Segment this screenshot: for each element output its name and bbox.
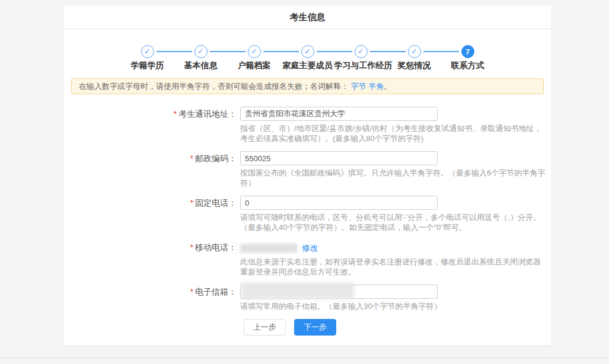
- form-row-mobile-phone: *移动电话： 修改 此信息来源于实名注册，如有误请登录实名注册进行修改，修改后退…: [63, 240, 551, 277]
- next-step-button[interactable]: 下一步: [294, 319, 336, 336]
- step-connector: [263, 51, 299, 52]
- form-row-mailing-address: *考生通讯地址： 指省（区、市）/地市区盟/县市旗/乡镇/街村（为考生接收复试通…: [63, 107, 551, 143]
- required-asterisk: *: [190, 287, 193, 296]
- postal-code-input[interactable]: [240, 151, 438, 165]
- step-family-members[interactable]: ✓ 家庭主要成员: [281, 45, 334, 71]
- field-help-text: 指省（区、市）/地市区盟/县市旗/乡镇/街村（为考生接收复试通知书、录取通知书地…: [240, 123, 546, 143]
- step-label: 奖惩情况: [388, 60, 441, 71]
- candidate-info-card: 考生信息 ✓ 学籍学历 ✓ 基本信息 ✓ 户籍档案 ✓ 家庭主要成员 ✓ 学习与…: [63, 5, 552, 346]
- form-row-landline-phone: *固定电话： 请填写可随时联系的电话，区号、分机号可以用'-'分开，多个电话可以…: [63, 196, 551, 232]
- check-icon: ✓: [301, 45, 314, 58]
- step-student-status[interactable]: ✓ 学籍学历: [121, 45, 174, 71]
- page-title: 考生信息: [290, 12, 326, 22]
- field-label: *邮政编码：: [63, 151, 240, 188]
- form-row-postal-code: *邮政编码： 按国家公布的《全国邮政编码》填写。只允许输入半角字符。（最多输入6…: [63, 151, 551, 188]
- redacted-mobile-number: [240, 244, 297, 253]
- required-asterisk: *: [190, 154, 193, 163]
- field-label: *固定电话：: [63, 196, 240, 232]
- step-connector: [210, 51, 245, 52]
- step-label: 基本信息: [174, 60, 228, 71]
- form-row-email: *电子信箱： 请填写常用的电子信箱。（最多输入30个字节的半角字符）: [63, 285, 551, 311]
- mailing-address-input[interactable]: [240, 107, 438, 121]
- form-buttons: 上一步 下一步: [244, 319, 551, 336]
- halfwidth-definition-link[interactable]: 半角: [368, 82, 384, 91]
- byte-definition-link[interactable]: 字节: [351, 82, 366, 91]
- step-label: 学籍学历: [121, 60, 174, 71]
- step-study-work-experience[interactable]: ✓ 学习与工作经历: [334, 45, 388, 71]
- footer-divider: [0, 357, 609, 358]
- check-icon: ✓: [355, 45, 368, 58]
- email-input[interactable]: [240, 285, 438, 299]
- field-help-text: 请填写可随时联系的电话，区号、分机号可以用'-'分开，多个电话可以用逗号（,）分…: [240, 212, 546, 232]
- check-icon: ✓: [248, 45, 261, 58]
- step-connector: [423, 51, 459, 52]
- step-label: 联系方式: [441, 60, 495, 71]
- step-household-file[interactable]: ✓ 户籍档案: [228, 45, 281, 71]
- field-help-text: 按国家公布的《全国邮政编码》填写。只允许输入半角字符。（最多输入6个字节的半角字…: [240, 168, 546, 188]
- check-icon: ✓: [141, 45, 154, 58]
- step-basic-info[interactable]: ✓ 基本信息: [174, 45, 228, 71]
- field-label: *考生通讯地址：: [63, 107, 240, 143]
- step-label: 户籍档案: [228, 60, 281, 71]
- previous-step-button[interactable]: 上一步: [244, 319, 286, 336]
- step-number-badge: 7: [461, 45, 474, 58]
- notice-text-end: 。: [384, 82, 391, 91]
- field-label: *电子信箱：: [63, 285, 240, 311]
- required-asterisk: *: [190, 198, 193, 207]
- card-header: 考生信息: [63, 5, 551, 29]
- required-asterisk: *: [190, 242, 193, 252]
- modify-mobile-link[interactable]: 修改: [302, 243, 318, 253]
- step-label: 家庭主要成员: [281, 60, 334, 71]
- step-contact-info-current[interactable]: 7 联系方式: [441, 45, 495, 71]
- step-connector: [317, 51, 352, 52]
- stepper: ✓ 学籍学历 ✓ 基本信息 ✓ 户籍档案 ✓ 家庭主要成员 ✓ 学习与工作经历 …: [63, 45, 551, 71]
- required-asterisk: *: [174, 109, 177, 119]
- step-connector: [157, 51, 192, 52]
- landline-phone-input[interactable]: [240, 196, 438, 210]
- field-help-text: 请填写常用的电子信箱。（最多输入30个字节的半角字符）: [240, 301, 546, 311]
- halfwidth-notice-banner: 在输入数字或字母时，请使用半角字符，否则可能会造成报名失败；名词解释： 字节 半…: [71, 78, 544, 94]
- check-icon: ✓: [408, 45, 421, 58]
- field-label: *移动电话：: [63, 240, 240, 277]
- step-connector: [370, 51, 406, 52]
- notice-text: 在输入数字或字母时，请使用半角字符，否则可能会造成报名失败；名词解释：: [79, 82, 349, 91]
- check-icon: ✓: [195, 45, 208, 58]
- step-label: 学习与工作经历: [334, 60, 388, 71]
- step-rewards-punishments[interactable]: ✓ 奖惩情况: [388, 45, 441, 71]
- contact-info-form: *考生通讯地址： 指省（区、市）/地市区盟/县市旗/乡镇/街村（为考生接收复试通…: [63, 107, 551, 336]
- field-help-text: 此信息来源于实名注册，如有误请登录实名注册进行修改，修改后退出系统且关闭浏览器重…: [240, 257, 546, 277]
